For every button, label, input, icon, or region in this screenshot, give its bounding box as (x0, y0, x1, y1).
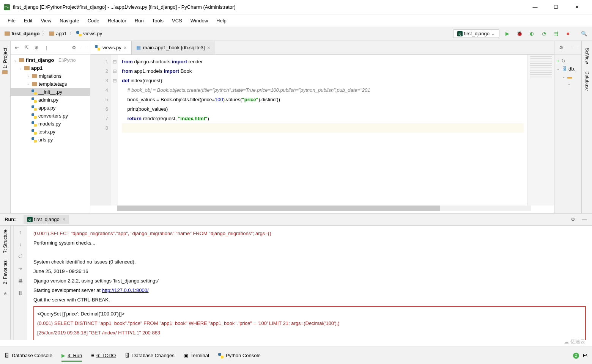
status-todo[interactable]: ≡6: TODO (91, 353, 116, 358)
print-icon[interactable]: 🖶 (17, 277, 24, 284)
expand-icon[interactable]: ⇱ (24, 45, 30, 51)
trash-icon[interactable]: 🗑 (17, 289, 24, 296)
menu-tools[interactable]: Tools (148, 16, 167, 25)
code-content[interactable]: from django.shortcuts import render from… (118, 55, 527, 206)
status-run[interactable]: ▶4: Run (61, 353, 82, 362)
search-icon[interactable]: 🔍 (581, 30, 587, 37)
tree-init[interactable]: __init__.py (11, 88, 90, 96)
python-file-icon (76, 31, 82, 36)
structure-tab[interactable]: 7: Structure (1, 226, 9, 257)
console-output[interactable]: (0.001) SELECT "django_migrations"."app"… (27, 226, 592, 340)
db-sub2[interactable]: ⌄ (557, 81, 579, 87)
collapse-icon[interactable]: ⇤ (14, 45, 20, 51)
tree-templatetags[interactable]: ›templatetags (11, 80, 90, 88)
star-icon: ★ (3, 290, 8, 296)
scrollbar-thumb[interactable] (117, 206, 440, 211)
profile-icon[interactable]: ◔ (540, 30, 547, 37)
db-sub[interactable]: ⌄▬ (557, 73, 579, 81)
favorites-tab[interactable]: 2: Favorites (1, 257, 9, 288)
menu-code[interactable]: Code (84, 16, 103, 25)
django-icon: dj (457, 31, 463, 36)
project-panel: ⇤ ⇱ ⊕ | ⚙ — ⌄first_django E:\Pytho ⌄app1… (11, 41, 90, 213)
scroll-icon[interactable]: ⇥ (17, 265, 24, 272)
breadcrumb-app[interactable]: app1 (49, 31, 67, 36)
project-tool-tab[interactable]: 1: Project (1, 44, 9, 78)
event-badge[interactable]: 2 (573, 353, 579, 359)
editor-area: views.py× ▦main.app1_book [db.sqlite3]× … (90, 41, 554, 213)
close-icon[interactable]: × (63, 217, 66, 222)
gear-icon[interactable]: ⚙ (71, 45, 77, 51)
debug-icon[interactable]: 🐞 (516, 30, 523, 37)
editor-tab-db[interactable]: ▦main.app1_book [db.sqlite3]× (132, 41, 215, 54)
menu-help[interactable]: Help (213, 16, 230, 25)
db-panel-header: ⚙ — (554, 41, 581, 55)
database-tab[interactable]: Database (583, 67, 591, 94)
menu-file[interactable]: File (4, 16, 19, 25)
console-line: Quit the server with CTRL-BREAK. (33, 295, 586, 304)
hide-icon[interactable]: — (572, 45, 578, 51)
tree-converters[interactable]: converters.py (11, 112, 90, 120)
status-db-changes[interactable]: 🗄Database Changes (125, 353, 174, 358)
run-config-selector[interactable]: dj first_django ⌄ (453, 29, 499, 38)
hide-icon[interactable]: — (81, 45, 87, 51)
close-icon[interactable]: × (207, 45, 210, 51)
menu-run[interactable]: Run (131, 16, 148, 25)
up-icon[interactable]: ↑ (17, 229, 24, 235)
menu-vcs[interactable]: VCS (168, 16, 186, 25)
server-url-link[interactable]: http://127.0.0.1:8000/ (102, 287, 149, 293)
tree-apps[interactable]: apps.py (11, 104, 90, 112)
run-tab-label: first_django (34, 217, 60, 222)
breadcrumb-file[interactable]: views.py (76, 31, 102, 36)
menu-window[interactable]: Window (187, 16, 212, 25)
sciview-tab[interactable]: SciView (583, 44, 591, 67)
minimize-button[interactable]: — (529, 3, 541, 11)
code-editor[interactable]: 12345678 ⊟⊟⊟ from django.shortcuts impor… (90, 55, 554, 206)
close-icon[interactable]: × (124, 45, 127, 51)
down-icon[interactable]: ↓ (17, 241, 24, 248)
editor-tab-views[interactable]: views.py× (90, 41, 132, 54)
status-terminal[interactable]: ▣Terminal (184, 353, 209, 358)
console-line: [25/Jun/2019 09:36:18] "GET /index/ HTTP… (37, 328, 582, 337)
run-tab[interactable]: djfirst_django× (24, 215, 69, 224)
gear-icon[interactable]: ⚙ (570, 217, 576, 223)
tree-app1[interactable]: ⌄app1 (11, 64, 90, 72)
run-header: Run: djfirst_django× ⚙ — (0, 213, 592, 226)
coverage-icon[interactable]: ◐ (528, 30, 535, 37)
db-add[interactable]: +↻ (557, 57, 579, 65)
minimap[interactable] (527, 55, 554, 206)
stop-icon[interactable]: ■ (565, 30, 572, 37)
menu-refactor[interactable]: Refactor (104, 16, 130, 25)
fold-column[interactable]: ⊟⊟⊟ (111, 55, 118, 206)
chevron-right-icon: › (26, 74, 30, 78)
tree-root[interactable]: ⌄first_django E:\Pytho (11, 56, 90, 64)
locate-icon[interactable]: ⊕ (33, 45, 39, 51)
status-encoding[interactable]: E\ (583, 353, 587, 358)
menu-navigate[interactable]: Navigate (56, 16, 83, 25)
menu-view[interactable]: View (37, 16, 55, 25)
breadcrumb-root[interactable]: first_django (5, 31, 39, 36)
menu-edit[interactable]: Edit (20, 16, 36, 25)
tree-urls[interactable]: urls.py (11, 136, 90, 144)
gear-icon[interactable]: ⚙ (558, 45, 564, 51)
horizontal-scrollbar[interactable] (117, 206, 531, 211)
tree-admin[interactable]: admin.py (11, 96, 90, 104)
run-icon[interactable]: ▶ (504, 30, 511, 37)
db-item[interactable]: ⌄🗄db. (557, 65, 579, 73)
status-db-console[interactable]: 🗄Database Console (5, 353, 52, 358)
maximize-button[interactable]: ☐ (550, 3, 562, 11)
console-line: (0.001) SELECT DISTINCT "app1_book"."pri… (37, 318, 582, 328)
wrap-icon[interactable]: ⏎ (17, 253, 24, 260)
close-button[interactable]: ✕ (571, 3, 583, 11)
status-py-console[interactable]: Python Console (218, 353, 261, 358)
chevron-down-icon: ⌄ (13, 58, 17, 62)
db-icon: 🗄 (125, 353, 130, 358)
tree-models[interactable]: models.py (11, 120, 90, 128)
concurrency-icon[interactable]: ⇶ (553, 30, 559, 37)
tree-tests[interactable]: tests.py (11, 128, 90, 136)
python-icon (218, 353, 224, 358)
hide-icon[interactable]: — (581, 217, 587, 223)
tree-migrations[interactable]: ›migrations (11, 72, 90, 80)
divider: | (43, 45, 49, 51)
folder-icon (3, 70, 8, 74)
chevron-down-icon: ⌄ (557, 67, 561, 71)
